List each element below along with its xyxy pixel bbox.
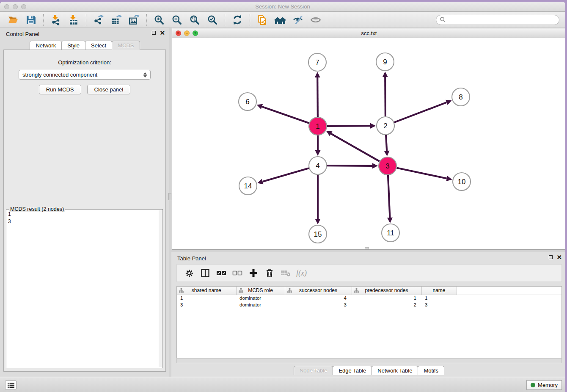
close-table-panel-icon[interactable]: ✕ (556, 255, 562, 259)
graph-edge-4-14[interactable] (263, 168, 309, 182)
mcds-result-list[interactable]: 13 (8, 211, 158, 367)
tab-network-table[interactable]: Network Table (372, 366, 418, 375)
search-input[interactable] (436, 15, 559, 25)
save-session-icon[interactable] (25, 14, 37, 26)
graph-node-label: 6 (245, 98, 249, 106)
table-cell[interactable]: 3 (177, 301, 236, 308)
task-history-button[interactable] (5, 380, 17, 390)
table-cell[interactable]: dominator (236, 301, 285, 308)
float-panel-icon[interactable] (152, 31, 156, 35)
toolbar-separator (146, 14, 147, 26)
table-row[interactable]: 1dominator411 (177, 295, 561, 301)
column-label: successor nodes (299, 287, 337, 293)
run-mcds-button[interactable]: Run MCDS (39, 85, 81, 94)
table-toolbar: f(x) (176, 264, 562, 282)
close-panel-icon[interactable]: ✕ (160, 31, 165, 35)
memory-label: Memory (538, 382, 558, 388)
tab-node-table[interactable]: Node Table (294, 366, 333, 375)
column-header-name[interactable]: name (421, 287, 457, 295)
graph-edge-4-3[interactable] (327, 166, 372, 166)
mcds-result-line: 1 (8, 211, 158, 218)
add-column-icon[interactable] (247, 267, 260, 279)
zoom-out-icon[interactable] (171, 14, 183, 26)
sort-tree-icon (239, 288, 243, 294)
optimization-criterion-select[interactable]: strongly connected component (19, 70, 151, 80)
column-header-MCDS-role[interactable]: MCDS role (236, 287, 285, 295)
table-cell[interactable]: 1 (352, 295, 421, 301)
delete-column-trash-icon[interactable] (263, 267, 276, 279)
close-panel-button[interactable]: Close panel (87, 85, 131, 94)
network-view-window: × – + scc.txt 1234678910111415 (172, 28, 565, 250)
graph-edge-2-3[interactable] (386, 135, 387, 151)
import-table-icon[interactable] (67, 14, 80, 26)
table-row[interactable]: 3dominator323 (177, 301, 561, 308)
column-header-successor-nodes[interactable]: successor nodes (285, 287, 352, 295)
deselect-all-icon[interactable] (231, 267, 244, 279)
select-all-icon[interactable] (215, 267, 228, 279)
graph-edge-arrowhead (257, 104, 263, 109)
table-cell[interactable]: 4 (285, 295, 352, 301)
node-table-body: 1dominator4113dominator323 (177, 295, 561, 308)
memory-button[interactable]: Memory (526, 380, 562, 390)
sort-tree-icon (287, 288, 292, 294)
zoom-fit-icon[interactable] (188, 14, 201, 26)
export-network-icon[interactable] (92, 14, 105, 26)
column-header-shared-name[interactable]: shared name (177, 287, 236, 295)
network-resize-grip[interactable] (365, 247, 369, 249)
sort-tree-icon (354, 288, 359, 294)
open-file-icon[interactable] (7, 14, 19, 26)
toolbar-separator (86, 14, 86, 26)
import-network-icon[interactable] (50, 14, 62, 26)
table-cell[interactable]: 3 (285, 301, 352, 308)
mcds-panel-content: Optimization criterion: strongly connect… (3, 50, 166, 372)
first-neighbors-icon[interactable] (274, 14, 286, 26)
graph-edge-3-1[interactable] (331, 134, 380, 161)
status-bar: Memory (0, 377, 565, 392)
show-eye-icon[interactable] (309, 14, 322, 26)
graph-edge-2-8[interactable] (394, 102, 447, 122)
table-horizontal-scrollbar[interactable] (176, 358, 562, 363)
refresh-icon[interactable] (231, 14, 244, 26)
tab-edge-table[interactable]: Edge Table (333, 366, 372, 375)
function-builder-icon: f(x) (296, 269, 307, 278)
show-columns-icon[interactable] (199, 267, 212, 279)
network-graph: 1234678910111415 (172, 38, 565, 249)
graph-edge-1-2[interactable] (327, 126, 370, 126)
tab-select[interactable]: Select (85, 41, 112, 50)
result-scrollbar[interactable] (159, 210, 162, 367)
zoom-in-icon[interactable] (153, 14, 165, 26)
dropdown-stepper-icon (143, 72, 147, 77)
table-cell[interactable]: 1 (421, 295, 457, 301)
zoom-selected-icon[interactable] (206, 14, 219, 26)
node-table[interactable]: shared nameMCDS rolesuccessor nodesprede… (176, 286, 562, 358)
float-table-panel-icon[interactable] (549, 255, 553, 259)
search-icon (440, 17, 446, 23)
graph-edge-3-11[interactable] (388, 175, 390, 218)
tab-style[interactable]: Style (61, 41, 85, 50)
table-cell[interactable]: dominator (236, 295, 285, 301)
table-cell[interactable]: 2 (352, 301, 421, 308)
control-panel-title: Control Panel (6, 31, 39, 37)
table-cell[interactable]: 3 (421, 301, 457, 308)
table-settings-gear-icon[interactable] (183, 267, 195, 279)
table-panel-title: Table Panel (177, 255, 206, 262)
tab-network[interactable]: Network (30, 41, 62, 50)
graph-node-label: 11 (387, 229, 394, 237)
panel-divider-grip[interactable] (168, 193, 171, 200)
hide-style-icon[interactable] (292, 14, 304, 26)
graph-edge-2-9[interactable] (385, 77, 385, 116)
clone-network-icon[interactable] (256, 14, 269, 26)
graph-edge-1-7[interactable] (317, 77, 318, 117)
graph-node-label: 7 (315, 58, 319, 66)
network-canvas[interactable]: 1234678910111415 (172, 38, 565, 249)
table-cell[interactable]: 1 (177, 295, 236, 301)
column-header-predecessor-nodes[interactable]: predecessor nodes (352, 287, 421, 295)
export-image-icon[interactable] (128, 14, 140, 26)
tab-motifs[interactable]: Motifs (418, 366, 444, 375)
export-table-icon[interactable] (110, 14, 123, 26)
graph-edge-1-6[interactable] (262, 107, 309, 123)
application-window: Session: New Session (0, 2, 565, 392)
search-field[interactable] (446, 16, 559, 24)
tab-mcds[interactable]: MCDS (112, 41, 140, 50)
graph-edge-3-10[interactable] (397, 168, 447, 179)
